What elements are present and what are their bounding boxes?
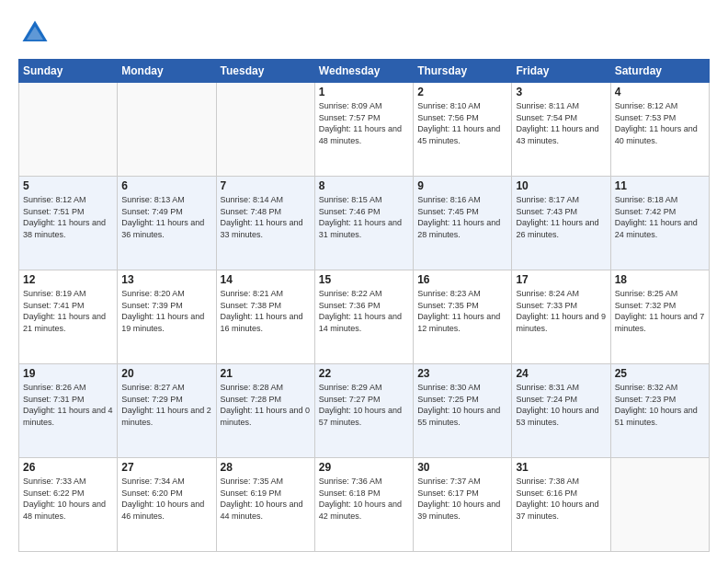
day-info: Sunrise: 8:23 AM Sunset: 7:35 PM Dayligh… (417, 288, 507, 334)
day-info: Sunrise: 8:14 AM Sunset: 7:48 PM Dayligh… (221, 194, 311, 240)
calendar-cell: 6Sunrise: 8:13 AM Sunset: 7:49 PM Daylig… (118, 177, 216, 270)
day-info: Sunrise: 7:35 AM Sunset: 6:19 PM Dayligh… (221, 476, 311, 522)
day-info: Sunrise: 8:28 AM Sunset: 7:28 PM Dayligh… (221, 382, 311, 428)
day-number: 29 (319, 461, 409, 474)
day-number: 26 (23, 461, 113, 474)
day-info: Sunrise: 8:30 AM Sunset: 7:25 PM Dayligh… (417, 382, 507, 428)
calendar-cell: 26Sunrise: 7:33 AM Sunset: 6:22 PM Dayli… (19, 458, 118, 552)
day-number: 14 (221, 273, 311, 286)
calendar-cell: 22Sunrise: 8:29 AM Sunset: 7:27 PM Dayli… (314, 364, 413, 458)
day-number: 3 (516, 86, 606, 98)
day-info: Sunrise: 8:20 AM Sunset: 7:39 PM Dayligh… (121, 288, 211, 334)
calendar-cell: 31Sunrise: 7:38 AM Sunset: 6:16 PM Dayli… (512, 458, 610, 552)
calendar-cell: 10Sunrise: 8:17 AM Sunset: 7:43 PM Dayli… (512, 177, 610, 270)
day-info: Sunrise: 7:37 AM Sunset: 6:17 PM Dayligh… (417, 476, 507, 522)
day-info: Sunrise: 8:32 AM Sunset: 7:23 PM Dayligh… (615, 382, 705, 428)
calendar-cell: 23Sunrise: 8:30 AM Sunset: 7:25 PM Dayli… (414, 364, 512, 458)
col-header-tuesday: Tuesday (216, 60, 314, 83)
day-info: Sunrise: 8:09 AM Sunset: 7:57 PM Dayligh… (319, 100, 409, 146)
calendar-week-1: 5Sunrise: 8:12 AM Sunset: 7:51 PM Daylig… (19, 177, 710, 270)
calendar-cell: 16Sunrise: 8:23 AM Sunset: 7:35 PM Dayli… (414, 270, 512, 364)
calendar-cell: 24Sunrise: 8:31 AM Sunset: 7:24 PM Dayli… (512, 364, 610, 458)
day-info: Sunrise: 7:38 AM Sunset: 6:16 PM Dayligh… (516, 476, 606, 522)
day-info: Sunrise: 8:24 AM Sunset: 7:33 PM Dayligh… (516, 288, 606, 334)
day-number: 17 (516, 273, 606, 286)
calendar-cell: 17Sunrise: 8:24 AM Sunset: 7:33 PM Dayli… (512, 270, 610, 364)
day-info: Sunrise: 8:15 AM Sunset: 7:46 PM Dayligh… (319, 194, 409, 240)
calendar-cell: 1Sunrise: 8:09 AM Sunset: 7:57 PM Daylig… (314, 83, 413, 177)
day-info: Sunrise: 8:26 AM Sunset: 7:31 PM Dayligh… (23, 382, 113, 428)
calendar-cell (216, 83, 314, 177)
logo-icon (18, 17, 51, 50)
day-number: 22 (319, 367, 409, 380)
calendar-cell: 4Sunrise: 8:12 AM Sunset: 7:53 PM Daylig… (610, 83, 709, 177)
day-number: 20 (121, 367, 211, 380)
day-number: 9 (417, 179, 507, 192)
day-number: 23 (417, 367, 507, 380)
day-number: 15 (319, 273, 409, 286)
day-info: Sunrise: 8:31 AM Sunset: 7:24 PM Dayligh… (516, 382, 606, 428)
day-info: Sunrise: 8:19 AM Sunset: 7:41 PM Dayligh… (23, 288, 113, 334)
day-info: Sunrise: 8:11 AM Sunset: 7:54 PM Dayligh… (516, 100, 606, 146)
day-number: 8 (319, 179, 409, 192)
day-number: 2 (417, 86, 507, 98)
calendar-cell: 5Sunrise: 8:12 AM Sunset: 7:51 PM Daylig… (19, 177, 118, 270)
day-number: 12 (23, 273, 113, 286)
calendar-cell: 20Sunrise: 8:27 AM Sunset: 7:29 PM Dayli… (118, 364, 216, 458)
day-info: Sunrise: 8:18 AM Sunset: 7:42 PM Dayligh… (615, 194, 705, 240)
calendar-cell (610, 458, 709, 552)
col-header-friday: Friday (512, 60, 610, 83)
calendar-cell: 21Sunrise: 8:28 AM Sunset: 7:28 PM Dayli… (216, 364, 314, 458)
day-info: Sunrise: 7:34 AM Sunset: 6:20 PM Dayligh… (121, 476, 211, 522)
calendar-cell: 13Sunrise: 8:20 AM Sunset: 7:39 PM Dayli… (118, 270, 216, 364)
calendar-header-row: SundayMondayTuesdayWednesdayThursdayFrid… (19, 60, 710, 83)
calendar-cell: 3Sunrise: 8:11 AM Sunset: 7:54 PM Daylig… (512, 83, 610, 177)
calendar-cell: 19Sunrise: 8:26 AM Sunset: 7:31 PM Dayli… (19, 364, 118, 458)
page: SundayMondayTuesdayWednesdayThursdayFrid… (0, 0, 728, 563)
day-number: 31 (516, 461, 606, 474)
day-info: Sunrise: 8:17 AM Sunset: 7:43 PM Dayligh… (516, 194, 606, 240)
day-info: Sunrise: 8:12 AM Sunset: 7:51 PM Dayligh… (23, 194, 113, 240)
day-number: 25 (615, 367, 705, 380)
calendar-cell: 9Sunrise: 8:16 AM Sunset: 7:45 PM Daylig… (414, 177, 512, 270)
day-info: Sunrise: 8:10 AM Sunset: 7:56 PM Dayligh… (417, 100, 507, 146)
calendar-week-3: 19Sunrise: 8:26 AM Sunset: 7:31 PM Dayli… (19, 364, 710, 458)
col-header-wednesday: Wednesday (314, 60, 413, 83)
day-number: 19 (23, 367, 113, 380)
day-number: 4 (615, 86, 705, 98)
calendar-cell: 28Sunrise: 7:35 AM Sunset: 6:19 PM Dayli… (216, 458, 314, 552)
day-number: 5 (23, 179, 113, 192)
calendar-table: SundayMondayTuesdayWednesdayThursdayFrid… (18, 59, 710, 552)
day-number: 16 (417, 273, 507, 286)
calendar-week-0: 1Sunrise: 8:09 AM Sunset: 7:57 PM Daylig… (19, 83, 710, 177)
day-number: 1 (319, 86, 409, 98)
calendar-cell: 25Sunrise: 8:32 AM Sunset: 7:23 PM Dayli… (610, 364, 709, 458)
col-header-saturday: Saturday (610, 60, 709, 83)
calendar-cell: 12Sunrise: 8:19 AM Sunset: 7:41 PM Dayli… (19, 270, 118, 364)
header (18, 17, 710, 50)
day-info: Sunrise: 8:25 AM Sunset: 7:32 PM Dayligh… (615, 288, 705, 334)
day-number: 7 (221, 179, 311, 192)
day-info: Sunrise: 8:12 AM Sunset: 7:53 PM Dayligh… (615, 100, 705, 146)
calendar-cell: 11Sunrise: 8:18 AM Sunset: 7:42 PM Dayli… (610, 177, 709, 270)
day-number: 13 (121, 273, 211, 286)
day-info: Sunrise: 8:13 AM Sunset: 7:49 PM Dayligh… (121, 194, 211, 240)
col-header-monday: Monday (118, 60, 216, 83)
day-info: Sunrise: 8:21 AM Sunset: 7:38 PM Dayligh… (221, 288, 311, 334)
day-info: Sunrise: 8:27 AM Sunset: 7:29 PM Dayligh… (121, 382, 211, 428)
day-number: 28 (221, 461, 311, 474)
calendar-cell: 8Sunrise: 8:15 AM Sunset: 7:46 PM Daylig… (314, 177, 413, 270)
day-number: 21 (221, 367, 311, 380)
calendar-week-4: 26Sunrise: 7:33 AM Sunset: 6:22 PM Dayli… (19, 458, 710, 552)
calendar-week-2: 12Sunrise: 8:19 AM Sunset: 7:41 PM Dayli… (19, 270, 710, 364)
calendar-cell: 15Sunrise: 8:22 AM Sunset: 7:36 PM Dayli… (314, 270, 413, 364)
day-number: 27 (121, 461, 211, 474)
calendar-cell: 7Sunrise: 8:14 AM Sunset: 7:48 PM Daylig… (216, 177, 314, 270)
calendar-cell: 18Sunrise: 8:25 AM Sunset: 7:32 PM Dayli… (610, 270, 709, 364)
day-number: 24 (516, 367, 606, 380)
calendar-cell: 2Sunrise: 8:10 AM Sunset: 7:56 PM Daylig… (414, 83, 512, 177)
day-info: Sunrise: 8:22 AM Sunset: 7:36 PM Dayligh… (319, 288, 409, 334)
day-info: Sunrise: 8:16 AM Sunset: 7:45 PM Dayligh… (417, 194, 507, 240)
calendar-cell: 29Sunrise: 7:36 AM Sunset: 6:18 PM Dayli… (314, 458, 413, 552)
calendar-cell: 14Sunrise: 8:21 AM Sunset: 7:38 PM Dayli… (216, 270, 314, 364)
